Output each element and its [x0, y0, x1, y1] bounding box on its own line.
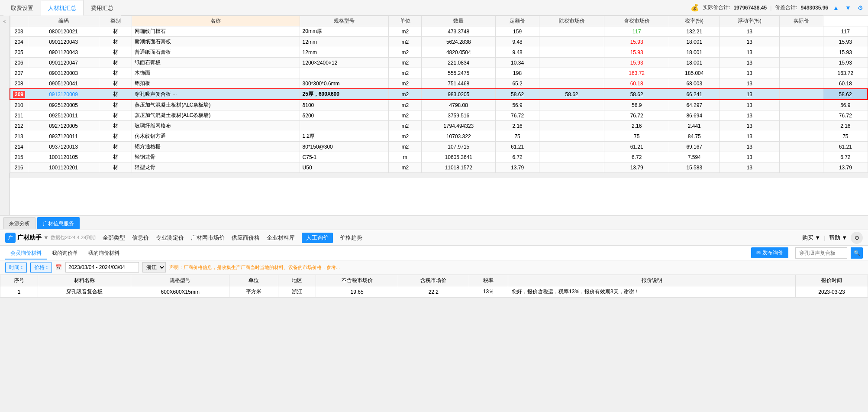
- main-table-scroll[interactable]: 编码 类别 名称 规格型号 单位 数量 定额价 除税市场价 含税市场价 税率(%…: [10, 16, 868, 215]
- top-bar-right: 💰 实际价合计: 197967438.45 | 价差合计: 9493035.96…: [691, 3, 865, 12]
- col-name: 名称: [132, 16, 300, 26]
- tab-my-inquiry-list[interactable]: 我的询价单: [47, 247, 83, 260]
- col-actual: 实际价: [780, 16, 823, 26]
- gc-expand-btn[interactable]: ⊙: [851, 232, 863, 244]
- scrollbar-area[interactable]: [10, 173, 868, 178]
- price-sort-btn[interactable]: 价格 ↕: [30, 263, 52, 273]
- gc-nav-all[interactable]: 全部类型: [103, 234, 125, 242]
- col-num: [10, 16, 28, 26]
- col-unit: 单位: [229, 275, 278, 286]
- col-code: 编码: [28, 16, 99, 26]
- gc-nav-supplier[interactable]: 供应商价格: [232, 234, 260, 242]
- diff-value: 9493035.96: [801, 5, 828, 11]
- col-region: 地区: [278, 275, 316, 286]
- collapse-btn[interactable]: «: [0, 16, 10, 215]
- col-in-price: 含税市场价: [398, 275, 469, 286]
- warning-text: 声明：厂商价格信息，是收集生产厂商当时当地的材料、设备的市场价格，参考...: [169, 264, 340, 271]
- gc-buy[interactable]: 购买 ▼: [802, 234, 820, 242]
- search-btn[interactable]: 🔍: [851, 247, 863, 259]
- region-select[interactable]: 浙江: [142, 262, 166, 273]
- tab-feiyonghuizong[interactable]: 费用汇总: [84, 0, 121, 16]
- arrow-up-btn[interactable]: ▲: [832, 3, 840, 12]
- col-qty: 数量: [422, 16, 496, 26]
- top-bar: 取费设置 人材机汇总 费用汇总 💰 实际价合计: 197967438.45 | …: [0, 0, 868, 16]
- col-date: 报价时间: [795, 275, 868, 286]
- gc-nav-enterprise[interactable]: 企业材料库: [267, 234, 295, 242]
- col-tax: 税率: [469, 275, 508, 286]
- col-spec: 规格型号: [131, 275, 229, 286]
- gc-nav-measure[interactable]: 专业测定价: [156, 234, 184, 242]
- col-mat-name: 材料名称: [38, 275, 131, 286]
- gc-dropdown-icon[interactable]: ▼: [43, 234, 49, 241]
- main-content: « 编码 类别 名称 规格型号 单位 数量 定额价 除税市场价 含税市场价 税率…: [0, 16, 868, 215]
- tab-member-inquiry[interactable]: 会员询价材料: [5, 247, 47, 260]
- date-range-input[interactable]: [65, 262, 139, 273]
- time-sort-btn[interactable]: 时间 ↕: [5, 263, 27, 273]
- col-spec: 规格型号: [300, 16, 389, 26]
- gc-right: 购买 ▼ | 帮助 ▼ ⊙: [802, 232, 863, 244]
- col-type: 类别: [99, 16, 132, 26]
- col-unit: 单位: [389, 16, 422, 26]
- gc-nav-infoprice[interactable]: 信息价: [132, 234, 149, 242]
- gc-nav-inquiry[interactable]: 人工询价: [302, 233, 333, 243]
- col-tax-rate: 税率(%): [669, 16, 720, 26]
- main-table: 编码 类别 名称 规格型号 单位 数量 定额价 除税市场价 含税市场价 税率(%…: [10, 16, 868, 173]
- gc-nav-trend[interactable]: 价格趋势: [340, 234, 362, 242]
- gc-logo-icon: 广: [5, 233, 16, 243]
- separator: |: [770, 5, 771, 11]
- gc-logo: 广 广材助手 ▼ 数据包2024.4.29到期: [5, 233, 96, 243]
- col-ex-price: 不含税市场价: [316, 275, 398, 286]
- result-table: 序号 材料名称 规格型号 单位 地区 不含税市场价 含税市场价 税率 报价说明 …: [0, 275, 868, 298]
- tab-qufeishezhii[interactable]: 取费设置: [3, 0, 41, 16]
- search-material-input[interactable]: [795, 247, 847, 259]
- col-remark: 报价说明: [508, 275, 796, 286]
- actual-price-icon: 💰: [691, 3, 699, 12]
- actual-price-label: 实际价合计:: [703, 4, 730, 11]
- sort-icon-2: ↕: [45, 264, 48, 270]
- actual-price-value: 197967438.45: [733, 5, 767, 11]
- diff-label: 价差合计:: [775, 4, 797, 11]
- gc-data-date: 数据包2024.4.29到期: [51, 234, 96, 241]
- col-seq: 序号: [0, 275, 38, 286]
- gc-bar: 广 广材助手 ▼ 数据包2024.4.29到期 全部类型 信息价 专业测定价 广…: [0, 230, 868, 246]
- tab-rencaiji[interactable]: 人材机汇总: [41, 0, 84, 16]
- publish-inquiry-btn[interactable]: ✉ 发布询价: [751, 247, 788, 258]
- gc-title: 广材助手: [17, 234, 42, 242]
- tab-my-inquiry-material[interactable]: 我的询价材料: [83, 247, 125, 260]
- bottom-panel: 来源分析 广材信息服务 广 广材助手 ▼ 数据包2024.4.29到期 全部类型…: [0, 215, 868, 298]
- sort-icon: ↕: [20, 264, 23, 270]
- search-icon: 🔍: [854, 250, 860, 256]
- col-quota: 定额价: [496, 16, 539, 26]
- gc-help[interactable]: 帮助 ▼: [829, 234, 847, 242]
- col-ex-market: 除税市场价: [539, 16, 604, 26]
- settings-icon[interactable]: ⚙: [856, 3, 865, 12]
- result-table-wrapper: 序号 材料名称 规格型号 单位 地区 不含税市场价 含税市场价 税率 报价说明 …: [0, 275, 868, 298]
- bottom-tabs: 来源分析 广材信息服务: [0, 216, 868, 230]
- inner-tabs-row: 会员询价材料 我的询价单 我的询价材料 ✉ 发布询价 🔍: [0, 246, 868, 260]
- calendar-icon: 📅: [55, 264, 62, 270]
- gc-nav-market[interactable]: 广材网市场价: [191, 234, 225, 242]
- arrow-down-btn[interactable]: ▼: [844, 3, 852, 12]
- filter-row: 时间 ↕ 价格 ↕ 📅 浙江 声明：厂商价格信息，是收集生产厂商当时当地的材料、…: [0, 260, 868, 275]
- tab-guangcai[interactable]: 广材信息服务: [37, 217, 80, 229]
- send-icon: ✉: [756, 250, 761, 256]
- tab-laiyuan[interactable]: 来源分析: [3, 217, 35, 229]
- col-in-market: 含税市场价: [604, 16, 669, 26]
- col-float-rate: 浮动率(%): [720, 16, 780, 26]
